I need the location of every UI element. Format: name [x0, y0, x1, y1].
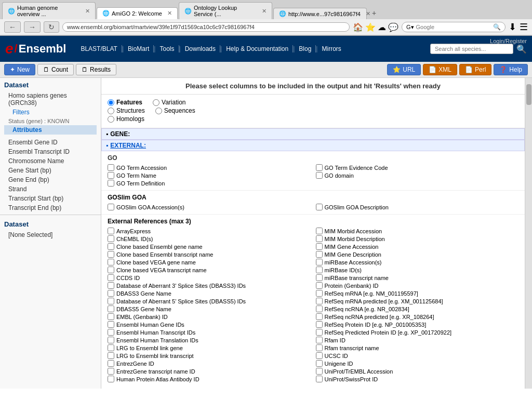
ext-right-cb-0[interactable]: [316, 228, 323, 234]
search-bar[interactable]: G▾ 🔍: [402, 22, 506, 32]
ext-right-cb-17[interactable]: [316, 360, 323, 367]
sidebar-dataset2-value[interactable]: [None Selected]: [4, 230, 97, 240]
ext-left-cb-7[interactable]: [108, 282, 114, 289]
sidebar-attr-6[interactable]: Transcript Start (bp): [4, 194, 97, 203]
external-section-header[interactable]: ▪ EXTERNAL:: [101, 140, 525, 151]
ext-right-item-15[interactable]: Rfam transcript name: [316, 344, 519, 352]
nav-mirrors[interactable]: Mirrors: [317, 45, 345, 52]
tab-2-close[interactable]: ✕: [167, 10, 172, 17]
ext-right-item-9[interactable]: RefSeq mRNA predicted [e.g. XM_001125684…: [316, 297, 519, 305]
tab-2[interactable]: 🌐 AmiGO 2: Welcome ✕: [97, 7, 178, 19]
ext-right-cb-6[interactable]: [316, 274, 323, 281]
ext-right-cb-2[interactable]: [316, 243, 323, 250]
ext-right-cb-16[interactable]: [316, 352, 323, 359]
ensembl-search-input[interactable]: [430, 44, 513, 54]
ext-right-cb-19[interactable]: [316, 376, 323, 382]
ext-right-item-5[interactable]: miRBase ID(s): [316, 266, 519, 274]
ext-left-cb-8[interactable]: [108, 290, 114, 297]
home-icon[interactable]: 🏠: [353, 22, 363, 32]
ext-left-item-19[interactable]: Human Protein Atlas Antibody ID: [108, 375, 311, 383]
go-cb-1[interactable]: [108, 172, 114, 179]
count-button[interactable]: 🗒 Count: [37, 64, 74, 75]
ext-left-item-4[interactable]: Clone based VEGA gene name: [108, 258, 311, 266]
refresh-button[interactable]: ↻: [44, 21, 59, 33]
ext-right-cb-8[interactable]: [316, 290, 323, 297]
ext-left-item-0[interactable]: ArrayExpress: [108, 227, 311, 235]
sidebar-attr-0[interactable]: Ensembl Gene ID: [4, 138, 97, 147]
ext-left-cb-1[interactable]: [108, 235, 114, 242]
ext-left-cb-15[interactable]: [108, 344, 114, 351]
go-item-3[interactable]: GO Term Evidence Code: [316, 164, 519, 171]
download-icon[interactable]: ⬇: [509, 21, 516, 33]
ext-left-cb-18[interactable]: [108, 368, 114, 375]
ext-left-cb-9[interactable]: [108, 298, 114, 304]
ext-right-item-4[interactable]: miRBase Accession(s): [316, 258, 519, 266]
ext-right-cb-18[interactable]: [316, 368, 323, 375]
new-tab-button[interactable]: +: [368, 7, 380, 19]
ext-left-item-1[interactable]: ChEMBL ID(s): [108, 235, 311, 243]
nav-downloads[interactable]: Downloads: [181, 45, 220, 52]
go-item-1[interactable]: GO Term Name: [108, 171, 311, 179]
search-icon[interactable]: 🔍: [493, 23, 501, 31]
new-button[interactable]: ✦ New: [4, 64, 35, 75]
nav-blast[interactable]: BLAST/BLAT: [76, 45, 122, 52]
ext-left-cb-16[interactable]: [108, 352, 114, 359]
go-cb-2[interactable]: [108, 180, 114, 187]
ext-left-item-9[interactable]: Database of Aberrant 5' Splice Sites (DB…: [108, 297, 311, 305]
bookmark-icon[interactable]: ⭐: [365, 22, 376, 32]
ext-right-item-0[interactable]: MIM Morbid Accession: [316, 227, 519, 235]
nav-tools[interactable]: Tools: [155, 45, 179, 52]
goslim-cb-1[interactable]: [316, 204, 323, 210]
xml-button[interactable]: 📄 XML: [423, 64, 457, 75]
ext-right-cb-3[interactable]: [316, 251, 323, 258]
radio-features-input[interactable]: [108, 99, 114, 106]
ext-right-cb-5[interactable]: [316, 267, 323, 273]
ensembl-search-icon[interactable]: 🔍: [516, 44, 527, 54]
go-cb-4[interactable]: [316, 172, 323, 179]
ext-right-cb-1[interactable]: [316, 235, 323, 242]
results-button[interactable]: 🗒 Results: [76, 64, 116, 75]
goslim-item-1[interactable]: GOSlim GOA Description: [316, 203, 519, 211]
nav-blog[interactable]: Blog: [295, 45, 316, 52]
search-input[interactable]: [416, 24, 493, 30]
ext-left-item-5[interactable]: Clone based VEGA transcript name: [108, 266, 311, 274]
sidebar-attr-5[interactable]: Strand: [4, 184, 97, 194]
ext-left-cb-19[interactable]: [108, 376, 114, 382]
go-cb-0[interactable]: [108, 164, 114, 171]
ext-left-cb-17[interactable]: [108, 360, 114, 367]
goslim-cb-0[interactable]: [108, 204, 114, 210]
gene-section-header[interactable]: ▪ GENE:: [101, 128, 525, 140]
ext-left-item-17[interactable]: EntrezGene ID: [108, 360, 311, 367]
ext-right-item-7[interactable]: Protein (Genbank) ID: [316, 282, 519, 289]
ext-right-cb-11[interactable]: [316, 313, 323, 320]
ext-left-item-14[interactable]: Ensembl Human Translation IDs: [108, 336, 311, 344]
tab-3[interactable]: 🌐 Ontology Lookup Service (... ✕: [179, 2, 272, 19]
ext-left-item-12[interactable]: Ensembl Human Gene IDs: [108, 321, 311, 328]
radio-structures[interactable]: Structures: [108, 107, 145, 114]
ext-right-item-1[interactable]: MIM Morbid Description: [316, 235, 519, 243]
ext-right-cb-13[interactable]: [316, 329, 323, 336]
ext-right-item-10[interactable]: RefSeq ncRNA [e.g. NR_002834]: [316, 305, 519, 313]
ext-right-cb-14[interactable]: [316, 337, 323, 343]
ext-left-cb-0[interactable]: [108, 228, 114, 234]
radio-homologs[interactable]: Homologs: [108, 115, 144, 123]
ext-left-item-16[interactable]: LRG to Ensembl link transcript: [108, 352, 311, 360]
ext-left-cb-12[interactable]: [108, 321, 114, 328]
ext-left-item-2[interactable]: Clone based Ensembl gene name: [108, 243, 311, 250]
back-button[interactable]: ←: [4, 21, 21, 33]
ext-left-cb-6[interactable]: [108, 274, 114, 281]
ext-left-item-13[interactable]: Ensembl Human Transcript IDs: [108, 328, 311, 336]
ext-left-item-15[interactable]: LRG to Ensembl link gene: [108, 344, 311, 352]
ext-right-item-11[interactable]: RefSeq ncRNA predicted [e.g. XR_108264]: [316, 313, 519, 321]
ext-left-cb-13[interactable]: [108, 329, 114, 336]
ext-left-item-11[interactable]: EMBL (Genbank) ID: [108, 313, 311, 321]
ext-left-cb-10[interactable]: [108, 305, 114, 312]
ext-left-item-7[interactable]: Database of Aberrant 3' Splice Sites (DB…: [108, 282, 311, 289]
address-input[interactable]: [67, 24, 345, 30]
ext-right-item-12[interactable]: RefSeq Protein ID [e.g. NP_001005353]: [316, 321, 519, 328]
ext-left-cb-5[interactable]: [108, 267, 114, 273]
url-button[interactable]: ⭐ URL: [387, 64, 421, 75]
nav-biomart[interactable]: BioMart: [124, 45, 154, 52]
menu-icon[interactable]: ☰: [520, 21, 528, 33]
ext-left-item-6[interactable]: CCDS ID: [108, 274, 311, 282]
